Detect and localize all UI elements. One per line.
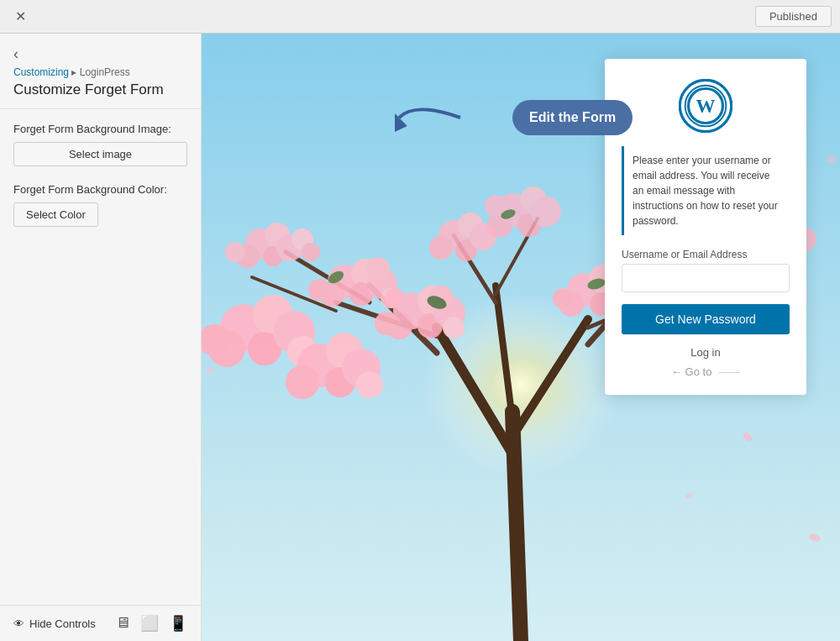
breadcrumb: Customizing ▸ LoginPress bbox=[13, 66, 187, 78]
eye-icon: 👁 bbox=[13, 617, 24, 630]
svg-point-50 bbox=[531, 197, 561, 227]
svg-point-85 bbox=[356, 371, 383, 398]
username-input[interactable] bbox=[622, 264, 790, 292]
back-button[interactable]: ‹ bbox=[13, 42, 18, 66]
wp-logo: W bbox=[622, 79, 790, 133]
username-label: Username or Email Address bbox=[622, 249, 790, 260]
go-to-text: ← Go to bbox=[671, 365, 711, 378]
svg-text:W: W bbox=[696, 95, 715, 117]
svg-point-38 bbox=[375, 312, 398, 335]
bg-image-label: Forget Form Background Image: bbox=[13, 123, 187, 135]
svg-point-58 bbox=[553, 288, 573, 308]
preview-area: Edit the Form W Please enter your bbox=[202, 34, 840, 641]
hide-controls-label: Hide Controls bbox=[29, 617, 96, 630]
annotation-arrow bbox=[395, 97, 462, 139]
select-image-button[interactable]: Select image bbox=[13, 142, 187, 166]
sidebar-title: Customize Forget Form bbox=[13, 81, 187, 98]
get-password-button[interactable]: Get New Password bbox=[622, 304, 790, 334]
close-button[interactable]: ✕ bbox=[8, 5, 32, 29]
svg-point-82 bbox=[286, 365, 319, 399]
go-to-link: ← Go to —— bbox=[622, 365, 790, 378]
hide-controls-button[interactable]: 👁 Hide Controls bbox=[13, 617, 96, 630]
breadcrumb-parent[interactable]: Customizing bbox=[13, 66, 69, 78]
sidebar-header: ‹ Customizing ▸ LoginPress Customize For… bbox=[0, 34, 201, 109]
mobile-icon[interactable]: 📱 bbox=[169, 614, 187, 633]
username-field-group: Username or Email Address bbox=[622, 249, 790, 292]
top-bar: ✕ Published bbox=[0, 0, 840, 34]
wordpress-logo-icon: W bbox=[679, 79, 732, 133]
breadcrumb-separator: ▸ bbox=[69, 66, 80, 78]
go-to-site: —— bbox=[718, 365, 740, 378]
login-card: W Please enter your username or email ad… bbox=[605, 59, 806, 395]
sidebar-content: Forget Form Background Image: Select ima… bbox=[0, 109, 201, 605]
svg-point-31 bbox=[366, 257, 390, 281]
annotation: Edit the Form bbox=[395, 97, 633, 139]
svg-point-30 bbox=[308, 279, 330, 301]
sidebar-footer: 👁 Hide Controls 🖥 ⬜ 📱 bbox=[0, 605, 201, 641]
svg-point-22 bbox=[302, 243, 320, 261]
published-button[interactable]: Published bbox=[755, 6, 832, 27]
svg-point-23 bbox=[225, 242, 245, 262]
bg-color-label: Forget Form Background Color: bbox=[13, 183, 187, 196]
sidebar: ‹ Customizing ▸ LoginPress Customize For… bbox=[0, 34, 202, 641]
svg-point-40 bbox=[385, 288, 405, 308]
tablet-icon[interactable]: ⬜ bbox=[140, 614, 159, 633]
svg-point-43 bbox=[429, 236, 453, 260]
info-bar: Please enter your username or email addr… bbox=[622, 146, 790, 235]
annotation-bubble: Edit the Form bbox=[512, 100, 633, 135]
svg-point-37 bbox=[443, 317, 465, 339]
desktop-icon[interactable]: 🖥 bbox=[115, 614, 130, 633]
login-link[interactable]: Log in bbox=[622, 346, 790, 359]
select-color-button[interactable]: Select Color bbox=[13, 202, 98, 227]
main-layout: ‹ Customizing ▸ LoginPress Customize For… bbox=[0, 34, 840, 641]
breadcrumb-child: LoginPress bbox=[80, 66, 130, 78]
